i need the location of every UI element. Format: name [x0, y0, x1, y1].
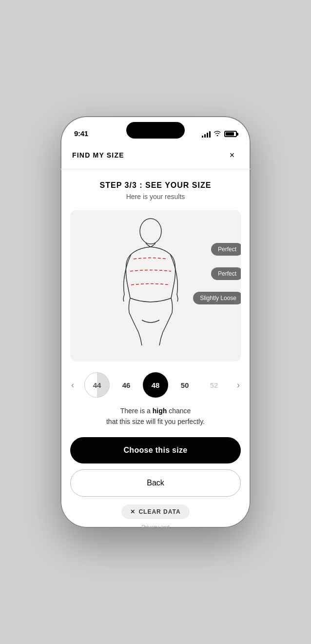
main-content: STEP 3/3 : SEE YOUR SIZE Here is your re… — [60, 169, 251, 528]
svg-point-0 — [140, 219, 161, 244]
prev-size-arrow[interactable]: ‹ — [65, 377, 80, 393]
back-button[interactable]: Back — [70, 469, 241, 497]
size-option-52[interactable]: 52 — [201, 372, 227, 398]
size-option-46[interactable]: 46 — [114, 372, 139, 398]
fit-message: There is a high chance that this size wi… — [106, 405, 205, 427]
fit-badge-waist: Slightly Loose — [193, 292, 241, 304]
signal-icon — [202, 131, 211, 138]
step-subtitle: Here is your results — [126, 193, 185, 201]
body-figure-svg — [107, 218, 194, 349]
status-time: 9:41 — [74, 129, 88, 138]
header: FIND MY SIZE × — [60, 141, 251, 169]
clear-data-x-icon: ✕ — [130, 508, 136, 515]
close-button[interactable]: × — [225, 148, 239, 162]
fit-message-line2: that this size will fit you perfectly. — [106, 418, 205, 425]
size-selector: ‹ 44 46 48 50 52 › — [65, 372, 246, 398]
battery-icon — [224, 131, 237, 137]
phone-shell: 9:41 FIND MY SIZE × — [60, 116, 251, 528]
size-option-44[interactable]: 44 — [84, 372, 110, 398]
choose-size-button[interactable]: Choose this size — [70, 437, 241, 463]
privacy-link[interactable]: Privacy and — [141, 524, 169, 528]
fit-message-prefix: There is a — [120, 407, 153, 415]
body-figure-wrapper: Perfect Perfect Slightly Loose — [107, 218, 204, 354]
page-title: FIND MY SIZE — [72, 151, 124, 159]
status-icons — [202, 130, 237, 138]
fit-badge-chest: Perfect — [211, 267, 241, 280]
wifi-icon — [214, 130, 221, 138]
size-option-48[interactable]: 48 — [143, 372, 168, 398]
clear-data-button[interactable]: ✕ CLEAR DATA — [121, 504, 189, 519]
size-option-50[interactable]: 50 — [172, 372, 197, 398]
body-illustration: Perfect Perfect Slightly Loose — [70, 210, 241, 362]
dynamic-island — [126, 122, 185, 139]
clear-data-label: CLEAR DATA — [138, 508, 180, 515]
fit-message-suffix: chance — [167, 407, 191, 415]
fit-badge-shoulder: Perfect — [211, 243, 241, 256]
fit-message-emphasis: high — [153, 407, 167, 415]
step-title: STEP 3/3 : SEE YOUR SIZE — [100, 181, 212, 190]
next-size-arrow[interactable]: › — [231, 377, 246, 393]
